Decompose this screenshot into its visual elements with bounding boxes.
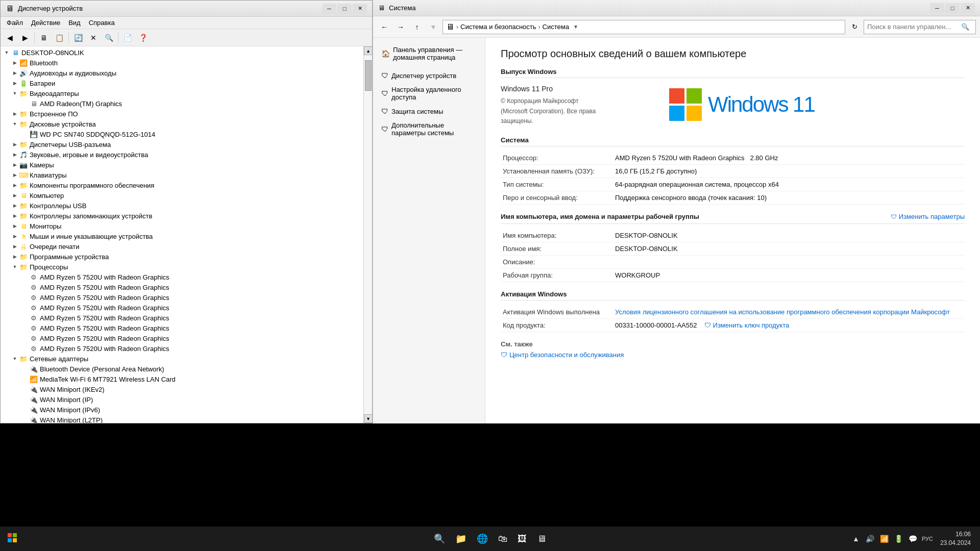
tree-bluetooth[interactable]: ▶ 📶 Bluetooth [1,58,363,68]
cp-maximize-button[interactable]: □ [945,3,960,13]
tree-root[interactable]: ▼ 🖥 DESKTOP-O8NOLIK [1,47,363,58]
tray-volume-icon[interactable]: 🔊 [865,533,876,544]
refresh-button[interactable]: ↻ [847,20,862,34]
tree-pc[interactable]: ▶ 🖥 Компьютер [1,190,363,201]
tb-uninstall[interactable]: ✕ [86,31,101,44]
dm-minimize-button[interactable]: ─ [322,4,336,14]
tb-help[interactable]: ❓ [136,31,150,44]
tree-wan1[interactable]: ▶ 🔌 WAN Miniport (IKEv2) [1,384,363,394]
sidebar-item-remote[interactable]: 🛡 Настройка удаленного доступа [373,83,485,104]
cp-close-button[interactable]: ✕ [961,3,975,13]
system-clock[interactable]: 16:06 23.04.2024 [936,530,975,547]
sidebar-item-advanced[interactable]: 🛡 Дополнительные параметры системы [373,118,485,140]
tree-cpu6[interactable]: ▶ ⚙ AMD Ryzen 5 7520U with Radeon Graphi… [1,333,363,343]
scroll-down-button[interactable]: ▼ [364,414,372,423]
tree-btnet[interactable]: ▶ 🔌 Bluetooth Device (Personal Area Netw… [1,364,363,374]
scroll-track[interactable] [364,55,372,414]
sidebar-item-protection[interactable]: 🛡 Защита системы [373,104,485,118]
tree-sound[interactable]: ▶ 🎵 Звуковые, игровые и видеоустройства [1,149,363,160]
expand-cam[interactable]: ▶ [11,161,19,169]
sidebar-item-devmgr[interactable]: 🛡 Диспетчер устройств [373,68,485,83]
tray-battery-icon[interactable]: 🔋 [893,533,904,544]
tree-cpu7[interactable]: ▶ ⚙ AMD Ryzen 5 7520U with Radeon Graphi… [1,343,363,354]
expand-kbd[interactable]: ▶ [11,171,19,179]
tree-cpu4[interactable]: ▶ ⚙ AMD Ryzen 5 7520U with Radeon Graphi… [1,313,363,323]
tree-mice[interactable]: ▶ 🖱 Мыши и иные указывающие устройства [1,231,363,241]
tree-wd[interactable]: ▶ 💾 WD PC SN740 SDDQNQD-512G-1014 [1,129,363,139]
expand-usbctrl[interactable]: ▶ [11,202,19,210]
tb-back[interactable]: ◀ [3,31,17,44]
tb-scan[interactable]: 🔍 [102,31,116,44]
expand-battery[interactable]: ▶ [11,79,19,87]
dm-menu-file[interactable]: Файл [3,18,27,28]
expand-monitors[interactable]: ▶ [11,222,19,230]
taskbar-search[interactable]: 🔍 [430,527,449,551]
tree-cpu2[interactable]: ▶ ⚙ AMD Ryzen 5 7520U with Radeon Graphi… [1,292,363,303]
tree-video[interactable]: ▼ 📁 Видеоадаптеры [1,88,363,98]
tb-device[interactable]: 📋 [52,31,66,44]
tree-cpu0[interactable]: ▶ ⚙ AMD Ryzen 5 7520U with Radeon Graphi… [1,272,363,282]
tree-wifi[interactable]: ▶ 📶 MediaTek Wi-Fi 6 MT7921 Wireless LAN… [1,374,363,384]
tree-print[interactable]: ▶ 🖨 Очереди печати [1,241,363,252]
addr-path1[interactable]: Система и безопасность [460,23,536,31]
expand-root[interactable]: ▼ [3,48,11,57]
cp-dropdown-button[interactable]: ▼ [426,20,440,34]
dm-menu-view[interactable]: Вид [64,18,85,28]
dm-menu-action[interactable]: Действие [27,18,64,28]
dm-menu-help[interactable]: Справка [85,18,119,28]
tree-usbctrl[interactable]: ▶ 📁 Контроллеры USB [1,201,363,211]
tree-kbd[interactable]: ▶ ⌨ Клавиатуры [1,170,363,180]
tree-monitors[interactable]: ▶ 🖥 Мониторы [1,221,363,231]
expand-storage[interactable]: ▶ [11,212,19,220]
tray-notifications-icon[interactable]: 💬 [908,533,919,544]
expand-net[interactable]: ▼ [11,355,19,363]
tree-battery[interactable]: ▶ 🔋 Батареи [1,78,363,88]
tree-disk[interactable]: ▼ 📁 Дисковые устройства [1,119,363,129]
tree-progdev[interactable]: ▶ 📁 Программные устройства [1,252,363,262]
cp-up-button[interactable]: ↑ [410,20,424,34]
expand-mice[interactable]: ▶ [11,232,19,240]
expand-sound[interactable]: ▶ [11,151,19,159]
device-tree[interactable]: ▼ 🖥 DESKTOP-O8NOLIK ▶ 📶 Bluetooth ▶ 🔊 Ау… [1,46,363,423]
sidebar-home[interactable]: 🏠 Панель управления — домашняя страница [373,43,485,64]
see-also-value[interactable]: Центр безопасности и обслуживания [509,351,624,359]
expand-sw[interactable]: ▶ [11,181,19,189]
expand-print[interactable]: ▶ [11,242,19,251]
taskbar-store[interactable]: 🛍 [494,527,511,551]
tree-cam[interactable]: ▶ 📷 Камеры [1,160,363,170]
expand-fw[interactable]: ▶ [11,110,19,118]
address-bar[interactable]: 🖥 › Система и безопасность › Система ▼ [443,20,845,34]
tree-cpu[interactable]: ▼ 📁 Процессоры [1,262,363,272]
addr-expand-icon[interactable]: ▼ [573,24,578,30]
scroll-up-button[interactable]: ▲ [364,46,372,55]
license-link[interactable]: Условия лицензионного соглашения на испо… [615,308,950,316]
tray-language[interactable]: РУС [922,533,933,544]
start-button[interactable] [0,527,24,551]
cp-back-button[interactable]: ← [377,20,391,34]
cp-forward-button[interactable]: → [394,20,408,34]
expand-disk[interactable]: ▼ [11,120,19,128]
taskbar-photos[interactable]: 🖼 [513,527,531,551]
tree-audio[interactable]: ▶ 🔊 Аудиовходы и аудиовыходы [1,68,363,78]
expand-audio[interactable]: ▶ [11,69,19,77]
tree-usb[interactable]: ▶ 📁 Диспетчеры USB-разъема [1,139,363,149]
tree-wan4[interactable]: ▶ 🔌 WAN Miniport (L2TP) [1,415,363,423]
search-input[interactable] [867,23,959,31]
tray-network-icon[interactable]: 📶 [879,533,890,544]
tree-wan3[interactable]: ▶ 🔌 WAN Miniport (IPv6) [1,405,363,415]
tree-wan2[interactable]: ▶ 🔌 WAN Miniport (IP) [1,394,363,405]
expand-usb[interactable]: ▶ [11,140,19,148]
tray-expand-icon[interactable]: ▲ [850,533,862,544]
tree-fw[interactable]: ▶ 📁 Встроенное ПО [1,109,363,119]
tb-properties[interactable]: 📄 [120,31,135,44]
cp-minimize-button[interactable]: ─ [930,3,944,13]
see-also-item[interactable]: 🛡 Центр безопасности и обслуживания [501,351,965,359]
tree-cpu1[interactable]: ▶ ⚙ AMD Ryzen 5 7520U with Radeon Graphi… [1,282,363,292]
tree-amd-gpu[interactable]: ▶ 🖥 AMD Radeon(TM) Graphics [1,98,363,109]
tree-cpu5[interactable]: ▶ ⚙ AMD Ryzen 5 7520U with Radeon Graphi… [1,323,363,333]
scroll-thumb[interactable] [365,60,372,91]
tb-computer[interactable]: 🖥 [37,31,51,44]
taskbar-devmgr[interactable]: 🖥 [533,527,550,551]
expand-pc[interactable]: ▶ [11,191,19,199]
dm-maximize-button[interactable]: □ [337,4,352,14]
